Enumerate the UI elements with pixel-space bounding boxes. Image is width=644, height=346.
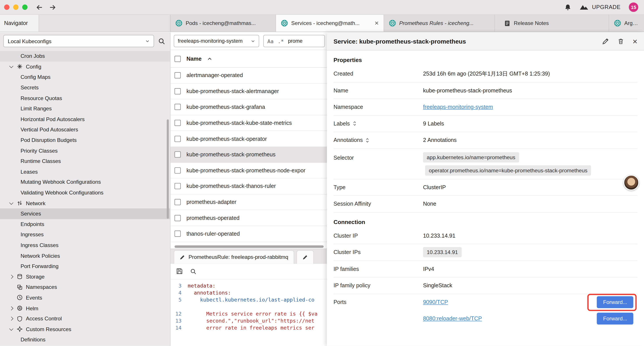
sidebar-item-leases[interactable]: Leases — [0, 166, 170, 177]
sidebar-search-button[interactable] — [158, 37, 165, 44]
upgrade-button[interactable]: UPGRADE — [580, 4, 621, 10]
sidebar-item-storage[interactable]: Storage — [0, 271, 170, 282]
sidebar-item-resource-quotas[interactable]: Resource Quotas — [0, 93, 170, 103]
row-checkbox[interactable] — [174, 231, 180, 237]
close-drawer-icon[interactable]: × — [632, 37, 638, 45]
sidebar-item-custom-resources[interactable]: Custom Resources — [0, 324, 170, 335]
close-window-button[interactable] — [4, 4, 10, 10]
close-tab-icon[interactable]: × — [371, 20, 379, 27]
port-link[interactable]: 8080:reloader-web/TCP — [423, 316, 482, 322]
table-row[interactable]: prometheus-operated — [170, 210, 327, 226]
row-checkbox[interactable] — [174, 215, 180, 221]
expand-toggle-icon[interactable] — [352, 121, 357, 126]
sidebar-item-mutating-webhook-configurations[interactable]: Mutating Webhook Configurations — [0, 177, 170, 187]
row-checkbox[interactable] — [174, 88, 180, 94]
sidebar-item-namespaces[interactable]: Namespaces — [0, 282, 170, 292]
table-row[interactable]: kube-prometheus-stack-alertmanager — [170, 83, 327, 99]
sidebar-item-vertical-pod-autoscalers[interactable]: Vertical Pod Autoscalers — [0, 124, 170, 135]
table-row[interactable]: kube-prometheus-stack-grafana — [170, 99, 327, 115]
user-avatar[interactable] — [624, 175, 639, 190]
sidebar-item-secrets[interactable]: Secrets — [0, 82, 170, 93]
zoom-window-button[interactable] — [22, 4, 28, 10]
back-button[interactable] — [36, 3, 43, 11]
table-row[interactable]: kube-prometheus-stack-kube-state-metrics — [170, 115, 327, 131]
service-details-drawer: Service: kube-prometheus-stack-prometheu… — [327, 32, 644, 346]
sidebar-item-config[interactable]: Config — [0, 61, 170, 72]
port-link[interactable]: 9090/TCP — [423, 299, 448, 305]
sidebar-item-ingress-classes[interactable]: Ingress Classes — [0, 240, 170, 251]
edit-icon[interactable] — [602, 38, 609, 45]
sidebar-item-limit-ranges[interactable]: Limit Ranges — [0, 103, 170, 114]
sidebar-item-priority-classes[interactable]: Priority Classes — [0, 145, 170, 156]
sidebar-item-network[interactable]: Network — [0, 198, 170, 209]
tab-argo[interactable]: Argo S — [609, 15, 644, 31]
horizontal-scrollbar[interactable] — [170, 244, 327, 249]
table-row[interactable]: kube-prometheus-stack-prometheus-node-ex… — [170, 163, 327, 178]
table-row[interactable]: alertmanager-operated — [170, 68, 327, 83]
table-row[interactable]: thanos-ruler-operated — [170, 226, 327, 242]
sidebar-item-cron-jobs[interactable]: Cron Jobs — [0, 51, 170, 61]
tab-pods[interactable]: Pods - icecheng@mathmas... — [170, 15, 276, 31]
kubeconfig-selector[interactable]: Local Kubeconfigs — [3, 35, 154, 47]
namespace-filter-select[interactable]: freeleaps-monitoring-system — [174, 35, 259, 47]
sidebar-item-network-policies[interactable]: Network Policies — [0, 250, 170, 261]
labels-count[interactable]: 9 Labels — [423, 120, 444, 127]
row-checkbox[interactable] — [174, 136, 180, 142]
sort-ascending-icon[interactable] — [207, 57, 212, 60]
editor-toolbar — [170, 264, 327, 279]
dock-tab-prometheusrule[interactable]: PrometheusRule: freeleaps-prod-rabbitmq — [174, 250, 294, 264]
regex-toggle[interactable]: .* — [278, 38, 284, 44]
sidebar-item-helm[interactable]: Helm — [0, 303, 170, 313]
tab-release-notes[interactable]: Release Notes — [495, 15, 609, 31]
expand-toggle-icon[interactable] — [365, 137, 370, 143]
sidebar-item-endpoints[interactable]: Endpoints — [0, 219, 170, 230]
annotations-count[interactable]: 2 Annotations — [423, 137, 456, 143]
list-search-input[interactable]: Aa .* prome — [263, 35, 325, 47]
row-name: alertmanager-operated — [186, 72, 243, 78]
forward-button[interactable]: Forward... — [597, 296, 633, 308]
tab-services[interactable]: Services - icecheng@math... × — [276, 15, 384, 31]
name-column-header[interactable]: Name — [186, 56, 202, 62]
row-checkbox[interactable] — [174, 120, 180, 126]
namespace-link[interactable]: freeleaps-monitoring-system — [423, 104, 493, 110]
editor-search-icon[interactable] — [190, 268, 196, 274]
row-checkbox[interactable] — [174, 199, 180, 205]
sidebar-item-access-control[interactable]: Access Control — [0, 313, 170, 324]
drawer-row-cluster-ips: Cluster IPs 10.233.14.91 — [334, 244, 638, 261]
forward-button[interactable]: Forward... — [597, 313, 633, 325]
match-case-toggle[interactable]: Aa — [268, 38, 274, 44]
sidebar-item-port-forwarding[interactable]: Port Forwarding — [0, 261, 170, 271]
sidebar-item-horizontal-pod-autoscalers[interactable]: Horizontal Pod Autoscalers — [0, 114, 170, 124]
yaml-editor[interactable]: 3metadata: 4 annotations: 5 kubectl.kube… — [170, 279, 327, 346]
row-checkbox[interactable] — [174, 183, 180, 189]
notifications-bell-icon[interactable] — [564, 3, 572, 11]
table-row[interactable]: kube-prometheus-stack-operator — [170, 131, 327, 147]
sidebar-item-events[interactable]: Events — [0, 292, 170, 303]
notification-count-badge[interactable]: 15 — [629, 2, 638, 12]
table-row[interactable]: kube-prometheus-stack-thanos-ruler — [170, 178, 327, 194]
delete-icon[interactable] — [618, 38, 624, 45]
row-checkbox[interactable] — [174, 152, 180, 158]
sidebar-item-pod-disruption-budgets[interactable]: Pod Disruption Budgets — [0, 135, 170, 145]
table-row[interactable]: prometheus-adapter — [170, 194, 327, 210]
row-checkbox[interactable] — [174, 72, 180, 78]
sidebar-item-validating-webhook-configurations[interactable]: Validating Webhook Configurations — [0, 187, 170, 198]
row-name: prometheus-adapter — [186, 199, 236, 205]
row-checkbox[interactable] — [174, 167, 180, 173]
sidebar-scrollbar[interactable] — [167, 119, 169, 219]
connection-section-heading: Connection — [334, 219, 638, 225]
sidebar-item-config-maps[interactable]: Config Maps — [0, 72, 170, 82]
sidebar-item-ingresses[interactable]: Ingresses — [0, 230, 170, 240]
minimize-window-button[interactable] — [13, 4, 18, 10]
table-row-selected[interactable]: kube-prometheus-stack-prometheus — [170, 147, 327, 163]
sidebar-item-services[interactable]: Services — [0, 209, 170, 219]
select-all-checkbox[interactable] — [174, 56, 180, 62]
tab-prometheus-rules[interactable]: Prometheus Rules - icecheng... — [384, 15, 495, 31]
tab-navigator[interactable]: Navigator — [0, 15, 39, 31]
dock-tab-partial[interactable] — [296, 250, 314, 264]
row-checkbox[interactable] — [174, 104, 180, 110]
save-icon[interactable] — [176, 268, 183, 275]
forward-button[interactable] — [49, 3, 56, 11]
sidebar-item-definitions[interactable]: Definitions — [0, 335, 170, 345]
sidebar-item-runtime-classes[interactable]: Runtime Classes — [0, 156, 170, 166]
